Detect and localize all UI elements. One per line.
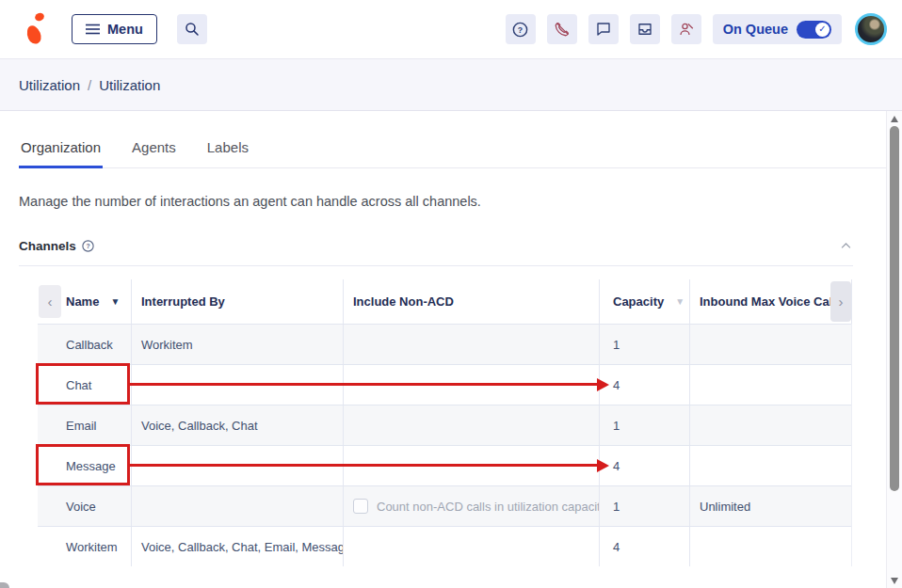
menu-button-label: Menu [107, 22, 143, 37]
on-queue-label: On Queue [723, 22, 788, 37]
cell-capacity[interactable]: 1 [600, 405, 690, 445]
table-row-voice[interactable]: Voice Count non-ACD calls in utilization… [38, 485, 851, 526]
table-row-callback[interactable]: Callback Workitem 1 [38, 324, 851, 364]
cell-name: Message [38, 446, 132, 485]
cell-include-non-acd [344, 365, 600, 405]
phone-disabled-button[interactable] [547, 14, 577, 44]
cell-inbound-max [690, 405, 852, 445]
cell-name: Email [38, 405, 132, 445]
help-icon: ? [511, 21, 529, 39]
phone-disabled-icon [554, 21, 571, 38]
cell-name: Voice [38, 486, 132, 526]
agent-unavailable-button[interactable] [671, 14, 701, 44]
tab-bar: Organization Agents Labels [19, 139, 886, 168]
breadcrumb: Utilization / Utilization [0, 58, 902, 111]
table-row-message[interactable]: Message 4 [38, 445, 851, 485]
inbox-icon [636, 21, 653, 38]
toggle-switch[interactable]: ✓ [797, 21, 831, 39]
column-header-include-non-acd[interactable]: Include Non-ACD [344, 279, 600, 324]
cell-interrupted-by: Voice, Callback, Chat [132, 405, 344, 445]
scroll-up-icon[interactable] [891, 116, 898, 122]
chat-button[interactable] [588, 14, 619, 44]
hamburger-icon [86, 24, 100, 35]
toggle-check-icon: ✓ [815, 23, 830, 37]
table-row-email[interactable]: Email Voice, Callback, Chat 1 [38, 405, 851, 445]
chat-icon [595, 21, 612, 38]
tab-organization[interactable]: Organization [19, 139, 103, 168]
cell-interrupted-by: Workitem [132, 325, 344, 364]
inbox-button[interactable] [630, 14, 660, 44]
column-header-inbound-max-voice-calls[interactable]: Inbound Max Voice Calls [690, 279, 852, 324]
channels-title: Channels [19, 239, 76, 253]
vertical-scrollbar[interactable] [886, 111, 902, 588]
cell-include-non-acd: Count non-ACD calls in utilization capac… [344, 486, 600, 526]
cell-capacity[interactable]: 4 [600, 527, 690, 566]
cell-inbound-max [690, 325, 852, 364]
cell-inbound-max [690, 446, 852, 485]
cell-include-non-acd [344, 446, 600, 485]
cell-inbound-max [690, 365, 852, 405]
table-row-chat[interactable]: Chat 4 [38, 364, 851, 405]
non-acd-checkbox-label: Count non-ACD calls in utilization capac… [377, 500, 600, 514]
agent-unavailable-icon [678, 21, 695, 38]
cell-interrupted-by [132, 365, 344, 405]
cell-interrupted-by [132, 486, 344, 526]
genesys-logo-icon [26, 12, 47, 46]
breadcrumb-separator: / [88, 77, 91, 93]
sort-inactive-icon[interactable]: ▼ [675, 296, 685, 307]
cell-name: Chat [38, 365, 132, 405]
cell-capacity[interactable]: 4 [600, 446, 690, 485]
sort-desc-icon[interactable]: ▼ [110, 296, 120, 307]
top-bar: Menu ? [0, 0, 902, 58]
cell-capacity[interactable]: 1 [600, 486, 690, 526]
scroll-columns-left-button[interactable]: ‹ [39, 285, 61, 318]
channels-table: Name ▼ Interrupted By Include Non-ACD Ca… [38, 279, 852, 566]
non-acd-checkbox[interactable] [353, 499, 368, 514]
help-button[interactable]: ? [506, 14, 536, 44]
tab-agents[interactable]: Agents [130, 139, 178, 168]
svg-text:?: ? [518, 24, 523, 34]
page-description: Manage the number of interactions an age… [19, 194, 886, 209]
table-header-row: Name ▼ Interrupted By Include Non-ACD Ca… [38, 279, 851, 324]
svg-text:?: ? [86, 243, 89, 249]
cell-name: Workitem [38, 527, 132, 566]
search-icon [184, 21, 201, 38]
cell-inbound-max [690, 527, 852, 566]
menu-button[interactable]: Menu [72, 14, 157, 44]
breadcrumb-section[interactable]: Utilization [19, 77, 80, 93]
cell-capacity[interactable]: 4 [600, 365, 690, 405]
cell-interrupted-by: Voice, Callback, Chat, Email, Message [132, 527, 344, 566]
channels-section-header: Channels ? [19, 239, 853, 266]
column-header-capacity[interactable]: Capacity ▼ [600, 279, 690, 324]
column-header-interrupted-by[interactable]: Interrupted By [132, 279, 344, 324]
tab-labels[interactable]: Labels [205, 139, 250, 168]
cell-include-non-acd [344, 527, 600, 566]
cell-include-non-acd [344, 325, 600, 364]
avatar[interactable] [855, 13, 887, 45]
main-content: Organization Agents Labels Manage the nu… [0, 111, 886, 588]
collapse-section-icon[interactable] [839, 239, 853, 253]
table-row-workitem[interactable]: Workitem Voice, Callback, Chat, Email, M… [38, 526, 851, 566]
channels-help-icon[interactable]: ? [81, 239, 95, 253]
cell-interrupted-by [132, 446, 344, 485]
cell-capacity[interactable]: 1 [600, 325, 690, 364]
cell-include-non-acd [344, 405, 600, 445]
scroll-columns-right-button[interactable]: › [830, 281, 851, 322]
scroll-down-icon[interactable] [891, 578, 898, 584]
on-queue-toggle[interactable]: On Queue ✓ [713, 14, 842, 44]
cell-inbound-max: Unlimited [690, 486, 852, 526]
breadcrumb-page[interactable]: Utilization [99, 77, 160, 93]
cell-name: Callback [38, 325, 132, 364]
search-button[interactable] [177, 14, 207, 44]
scrollbar-thumb[interactable] [890, 126, 899, 491]
